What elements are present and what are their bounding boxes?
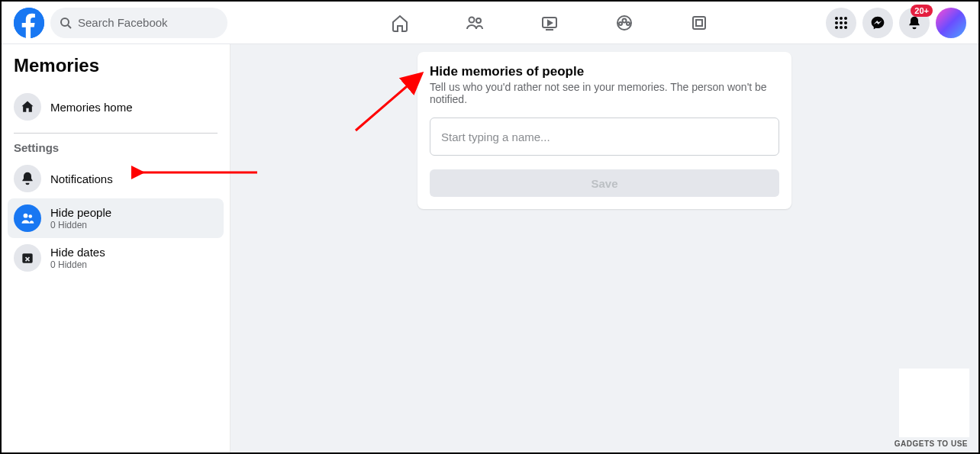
nav-watch[interactable]	[515, 5, 584, 41]
settings-section-label: Settings	[14, 141, 218, 154]
svg-point-20	[840, 26, 843, 29]
svg-point-15	[844, 17, 847, 20]
search-icon	[60, 17, 72, 29]
bell-circle-icon	[14, 165, 41, 192]
sidebar-item-subtitle: 0 Hidden	[50, 259, 105, 270]
messenger-button[interactable]	[862, 8, 893, 38]
svg-point-14	[840, 17, 843, 20]
friends-icon	[466, 14, 484, 32]
sidebar-item-label: Hide dates	[50, 246, 105, 259]
sidebar-item-hide-people[interactable]: Hide people 0 Hidden	[8, 198, 224, 238]
calendar-x-circle-icon	[14, 244, 41, 272]
people-circle-icon	[14, 204, 41, 232]
home-circle-icon	[14, 93, 41, 121]
right-controls: 20+	[826, 8, 966, 38]
svg-point-13	[835, 17, 838, 20]
menu-button[interactable]	[826, 8, 856, 38]
svg-point-17	[840, 21, 843, 24]
nav-groups[interactable]	[590, 5, 659, 41]
menu-grid-icon	[833, 15, 849, 31]
svg-point-22	[24, 214, 28, 218]
svg-point-23	[28, 214, 32, 218]
nav-home[interactable]	[366, 5, 434, 41]
search-box[interactable]	[50, 8, 227, 38]
nav-gaming[interactable]	[665, 5, 733, 41]
notifications-button[interactable]: 20+	[899, 8, 930, 38]
search-input[interactable]	[78, 16, 215, 29]
facebook-logo[interactable]	[14, 8, 44, 38]
gaming-icon	[690, 14, 708, 32]
svg-point-21	[844, 26, 847, 29]
svg-rect-12	[696, 20, 702, 26]
svg-point-8	[623, 18, 627, 22]
svg-point-19	[835, 26, 838, 29]
hide-people-card: Hide memories of people Tell us who you'…	[417, 52, 791, 209]
nav-friends[interactable]	[440, 5, 509, 41]
card-description: Tell us who you'd rather not see in your…	[430, 81, 779, 105]
main-content: Hide memories of people Tell us who you'…	[230, 44, 978, 452]
blank-overlay	[899, 369, 969, 437]
messenger-icon	[870, 15, 885, 31]
svg-point-9	[619, 22, 622, 25]
bell-icon	[907, 15, 922, 31]
watch-icon	[540, 14, 559, 32]
sidebar-item-label: Notifications	[50, 172, 113, 185]
top-navigation-bar: 20+	[2, 2, 978, 44]
sidebar-item-memories-home[interactable]: Memories home	[8, 87, 224, 127]
sidebar-title: Memories	[14, 55, 218, 76]
svg-point-10	[627, 22, 630, 25]
svg-rect-24	[22, 253, 32, 263]
left-sidebar: Memories Memories home Settings Notifica…	[2, 44, 230, 452]
notification-badge: 20+	[911, 5, 933, 17]
sidebar-item-subtitle: 0 Hidden	[50, 220, 111, 230]
home-icon	[391, 14, 409, 32]
sidebar-item-label: Memories home	[50, 101, 133, 114]
svg-line-2	[68, 25, 71, 28]
svg-point-3	[469, 17, 475, 22]
groups-icon	[615, 14, 633, 32]
sidebar-divider	[14, 133, 218, 134]
profile-avatar[interactable]	[936, 8, 966, 38]
center-navigation	[273, 5, 826, 41]
svg-point-16	[835, 21, 838, 24]
sidebar-item-hide-dates[interactable]: Hide dates 0 Hidden	[8, 238, 224, 278]
svg-point-18	[844, 21, 847, 24]
svg-point-1	[61, 18, 69, 26]
sidebar-item-label: Hide people	[50, 206, 111, 219]
card-title: Hide memories of people	[430, 64, 779, 79]
svg-point-4	[476, 18, 481, 23]
watermark: GADGETS TO USE	[895, 440, 968, 448]
name-input[interactable]	[430, 118, 779, 156]
svg-rect-11	[693, 17, 705, 29]
save-button[interactable]: Save	[430, 169, 779, 197]
sidebar-item-notifications[interactable]: Notifications	[8, 159, 224, 198]
